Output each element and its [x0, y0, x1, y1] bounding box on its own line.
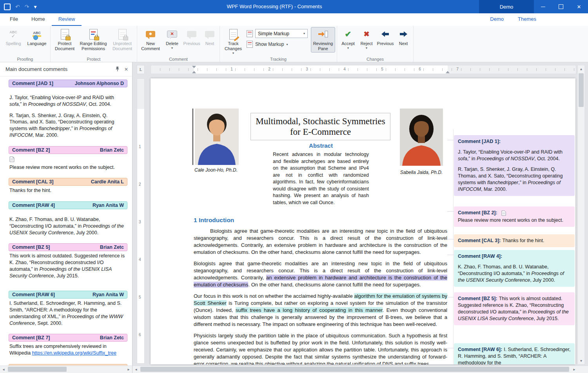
- pin-icon[interactable]: [115, 66, 120, 72]
- reject-button[interactable]: ✖ Reject ▾: [358, 27, 376, 51]
- scrollbar-thumb[interactable]: [140, 367, 569, 372]
- nav-themes[interactable]: Themes: [518, 13, 536, 26]
- vertical-scrollbar[interactable]: ▴ ▾: [577, 65, 585, 364]
- app-icon[interactable]: [4, 4, 11, 10]
- previous-change-button[interactable]: Previous: [376, 27, 395, 47]
- hyperlink[interactable]: https://en.wikipedia.org/wiki/Suffix_tre…: [32, 350, 116, 356]
- right-indent-marker[interactable]: [446, 71, 450, 73]
- comment-author: Ryan Anita W: [93, 292, 124, 297]
- delete-comment-button[interactable]: ✕ Delete ▾: [162, 27, 182, 51]
- comments-panel: Main document comments ✕ Comment [JAD 1]…: [0, 62, 132, 373]
- scroll-left-icon[interactable]: ◂: [0, 366, 7, 373]
- scroll-left-icon[interactable]: ◂: [132, 366, 140, 373]
- maximize-button[interactable]: [552, 0, 570, 13]
- margin-comment-raw4[interactable]: Comment [RAW 4]: K. Zhao, F. Thomas, and…: [454, 250, 575, 287]
- document-paragraph[interactable]: Physicists largely study the partition t…: [194, 332, 447, 364]
- range-editing-icon: [89, 28, 98, 40]
- tab-stop-selector[interactable]: L: [137, 65, 145, 74]
- reject-dropdown-icon[interactable]: ▾: [366, 47, 367, 50]
- comment-label: Comment [JAD 1]: [12, 81, 53, 86]
- tab-file[interactable]: File: [3, 13, 25, 26]
- unprotect-document-button[interactable]: Unprotect Document: [109, 27, 135, 53]
- photo-sabella-jaida: [400, 109, 443, 166]
- next-comment-button[interactable]: Next: [201, 27, 218, 47]
- comment-card-bz7[interactable]: Comment [BZ 7] Brian Zetc Suffix trees a…: [9, 334, 127, 362]
- markup-mode-combo[interactable]: Simple Markup▾: [247, 29, 308, 38]
- margin-comment-bz5[interactable]: Comment [BZ 5]:This work is almost outda…: [454, 292, 575, 325]
- document-page[interactable]: Cale Joon-Ho, Ph.D. Multimodal, Stochast…: [151, 78, 575, 364]
- app-window: ↶ ↷ ▾ WPF Word Processing (RTF) - Commen…: [0, 0, 588, 373]
- new-comment-button[interactable]: ✱ New Comment: [139, 27, 162, 53]
- attachment-icon[interactable]: [9, 154, 127, 163]
- document-area: L 1 2 3 4 5 6 7 1 2 3 4 5 6: [132, 62, 588, 373]
- horizontal-ruler[interactable]: 1 2 3 4 5 6 7: [151, 65, 576, 74]
- sidebar-horizontal-scrollbar[interactable]: ◂ ▸: [0, 366, 132, 373]
- redo-icon[interactable]: ↷: [25, 4, 29, 10]
- comment-card-bz2[interactable]: Comment [BZ 2] Brian Zetc Please review …: [9, 146, 127, 176]
- scrollbar-thumb[interactable]: [579, 73, 584, 107]
- reviewing-pane-button[interactable]: Reviewing Pane: [311, 27, 335, 53]
- range-editing-permissions-button[interactable]: Range Editing Permissions: [77, 27, 109, 53]
- close-button[interactable]: ✕: [570, 0, 588, 13]
- next-change-button[interactable]: Next: [395, 27, 412, 47]
- comment-card-cal3[interactable]: Comment [CAL 3] Cardle Anita L Thanks fo…: [9, 178, 127, 199]
- comment-author: Brian Zetc: [100, 244, 124, 250]
- document-paragraph[interactable]: Our focus in this work is not on whether…: [194, 293, 447, 328]
- scroll-up-icon[interactable]: ▴: [578, 65, 584, 72]
- accept-icon: ✔: [345, 28, 352, 40]
- undo-icon[interactable]: ↶: [15, 4, 20, 10]
- protect-document-button[interactable]: Protect Document: [52, 27, 77, 53]
- scrollbar-thumb[interactable]: [8, 367, 67, 372]
- previous-comment-button[interactable]: Previous: [182, 27, 201, 47]
- delete-dropdown-icon[interactable]: ▾: [171, 47, 173, 50]
- margin-comment-header: Comment [BZ 5]:: [458, 296, 497, 301]
- tab-home[interactable]: Home: [25, 13, 52, 26]
- tab-review[interactable]: Review: [52, 13, 82, 26]
- comment-card-raw4[interactable]: Comment [RAW 4] Ryan Anita W K. Zhao, F.…: [9, 201, 127, 241]
- markup-icon: [247, 30, 253, 37]
- new-comment-icon: ✱: [146, 28, 155, 40]
- comment-card-bz5[interactable]: Comment [BZ 5] Brian Zetc This work is a…: [9, 243, 127, 284]
- show-markup-dropdown-icon: ▾: [286, 43, 288, 46]
- ribbon-group-proofing: ABC✓ Spelling ABC Language Proofing: [0, 26, 51, 62]
- accept-dropdown-icon[interactable]: ▾: [347, 47, 349, 50]
- margin-comment-cal3[interactable]: Comment [CAL 3]:Thanks for the hint.: [454, 234, 575, 247]
- quick-access-dropdown-icon[interactable]: ▾: [34, 4, 36, 10]
- margin-comment-header: Comment [RAW 6]:: [458, 347, 502, 352]
- comment-author: Brian Zetc: [100, 147, 124, 153]
- comment-card-jad1[interactable]: Comment [JAD 1] Johnson Alphonso D J. Ta…: [9, 80, 127, 144]
- minimize-button[interactable]: [534, 0, 552, 13]
- scroll-right-icon[interactable]: ▸: [571, 366, 578, 373]
- attachment-icon[interactable]: [501, 210, 506, 216]
- margin-comment-jad1[interactable]: Comment [JAD 1]: J. Taylor, “Enabling Vo…: [454, 135, 575, 196]
- show-markup-button[interactable]: Show Markup ▾: [247, 41, 308, 48]
- demo-titlebar-button[interactable]: Demo: [479, 0, 534, 13]
- hanging-indent-marker[interactable]: [192, 71, 196, 73]
- document-paragraph[interactable]: Biologists agree that game-theoretic mod…: [194, 260, 447, 288]
- document-paragraph[interactable]: Biologists agree that game-theoretic mod…: [194, 228, 447, 256]
- comment-label: Comment [CAL 3]: [12, 179, 53, 185]
- margin-comment-raw6[interactable]: Comment [RAW 6]:I. Sutherland, E. Schroe…: [454, 343, 575, 364]
- vertical-ruler[interactable]: 1 2 3 4 5 6: [137, 78, 145, 364]
- language-button[interactable]: ABC Language: [25, 27, 49, 47]
- document-header-block: Cale Joon-Ho, Ph.D. Multimodal, Stochast…: [194, 78, 447, 217]
- photo-frame-line: [192, 109, 193, 165]
- comment-label: Comment [RAW 6]: [12, 292, 55, 297]
- track-changes-button[interactable]: Track Changes ▾: [221, 27, 245, 56]
- document-horizontal-scrollbar[interactable]: ◂ ▸: [132, 366, 588, 373]
- comment-card-raw6[interactable]: Comment [RAW 6] Ryan Anita W I. Sutherla…: [9, 291, 127, 332]
- scroll-down-icon[interactable]: ▾: [578, 357, 584, 364]
- spelling-button[interactable]: ABC✓ Spelling: [2, 27, 25, 47]
- close-panel-icon[interactable]: ✕: [124, 67, 128, 72]
- group-label-tracking: Tracking: [220, 57, 337, 62]
- track-changes-dropdown-icon[interactable]: ▾: [232, 52, 234, 55]
- margin-comment-bz2[interactable]: Comment [BZ 2]: Please review more recen…: [454, 206, 575, 227]
- comment-body: Thanks for the hint.: [9, 186, 127, 199]
- markup-combo-dropdown-icon: ▾: [303, 32, 305, 35]
- scroll-right-icon[interactable]: ▸: [125, 366, 132, 373]
- margin-comment-header: Comment [BZ 2]:: [458, 210, 497, 216]
- first-line-indent-marker[interactable]: [192, 66, 196, 68]
- comment-body: This work is almost outdated. Suggested …: [9, 251, 127, 284]
- nav-demo[interactable]: Demo: [490, 13, 504, 26]
- accept-button[interactable]: ✔ Accept ▾: [339, 27, 358, 51]
